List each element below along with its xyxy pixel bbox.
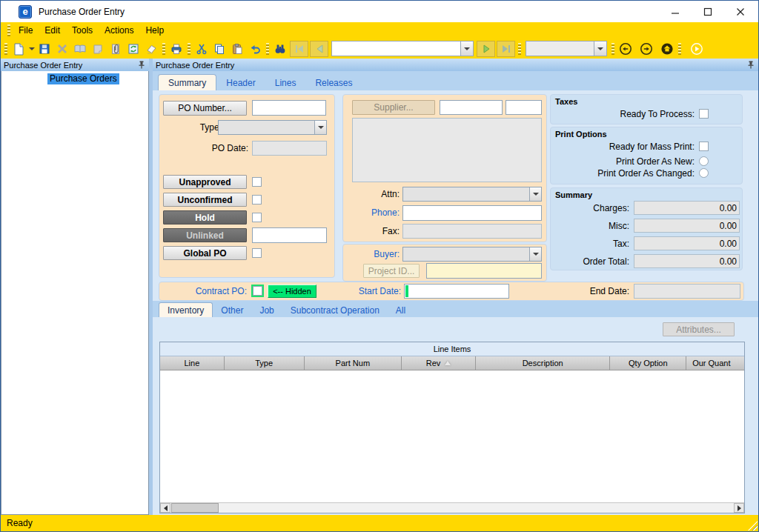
hold-button[interactable]: Hold	[163, 210, 247, 225]
find-binoculars-icon[interactable]	[271, 41, 289, 57]
menu-help[interactable]: Help	[139, 24, 170, 37]
column-header-qty-option[interactable]: Qty Option	[610, 356, 686, 370]
menubar-grip[interactable]	[7, 24, 10, 36]
attn-combo-dropdown-icon[interactable]	[529, 187, 541, 201]
column-header-description[interactable]: Description	[476, 356, 611, 370]
unconfirmed-button[interactable]: Unconfirmed	[163, 193, 247, 207]
new-dropdown-icon[interactable]	[27, 41, 36, 57]
record-search-dropdown-icon[interactable]	[460, 41, 473, 56]
phone-input[interactable]	[402, 205, 542, 221]
global-po-checkbox[interactable]	[252, 248, 262, 258]
workflow-combo-field[interactable]	[526, 41, 594, 56]
attn-combo[interactable]	[402, 187, 542, 202]
record-search-combo[interactable]	[331, 41, 474, 56]
save-icon[interactable]	[36, 41, 53, 57]
horizontal-scrollbar[interactable]	[160, 502, 744, 513]
column-header-part-num[interactable]: Part Num	[305, 356, 402, 370]
tree-item-purchase-orders[interactable]: Purchase Orders	[47, 73, 119, 84]
clear-icon[interactable]	[142, 41, 160, 57]
toolbar-grip[interactable]	[4, 43, 7, 55]
pin-icon[interactable]	[746, 60, 755, 71]
unapproved-button[interactable]: Unapproved	[163, 175, 247, 189]
column-header-our-quantity[interactable]: Our Quant	[686, 356, 744, 370]
supplier-suffix-input[interactable]	[506, 100, 542, 115]
menu-file[interactable]: File	[13, 24, 39, 37]
scroll-right-arrow[interactable]	[734, 503, 744, 513]
back-icon[interactable]	[617, 41, 634, 57]
po-date-input[interactable]	[252, 141, 327, 156]
print-as-new-radio[interactable]	[699, 156, 709, 166]
column-header-line[interactable]: Line	[160, 356, 225, 370]
minimize-button[interactable]	[659, 1, 692, 22]
open-book-icon[interactable]	[71, 41, 89, 57]
cut-icon[interactable]	[193, 41, 211, 57]
undo-icon[interactable]	[246, 41, 264, 57]
unconfirmed-checkbox[interactable]	[252, 195, 262, 205]
detail-tab-job[interactable]: Job	[251, 303, 282, 317]
type-combo-dropdown-icon[interactable]	[314, 121, 326, 134]
detail-tab-inventory[interactable]: Inventory	[159, 302, 213, 317]
po-number-input[interactable]	[252, 100, 326, 116]
attachment-icon[interactable]	[107, 41, 125, 57]
tab-header[interactable]: Header	[216, 75, 265, 90]
supplier-id-input[interactable]	[440, 100, 503, 115]
copy-icon[interactable]	[211, 41, 228, 57]
detail-tab-subcontract-operation[interactable]: Subcontract Operation	[282, 303, 388, 317]
menu-tools[interactable]: Tools	[66, 24, 99, 37]
paste-icon[interactable]	[228, 41, 246, 57]
print-icon[interactable]	[168, 41, 185, 57]
global-po-button[interactable]: Global PO	[163, 246, 247, 260]
ready-to-process-checkbox[interactable]	[699, 109, 709, 119]
column-header-rev[interactable]: Rev	[402, 356, 476, 370]
po-number-button[interactable]: PO Number...	[163, 101, 247, 116]
app-window: e Purchase Order Entry File Edit Tools A…	[0, 0, 759, 532]
record-search-input[interactable]	[332, 41, 460, 56]
next-record-button[interactable]	[477, 41, 495, 57]
tab-lines[interactable]: Lines	[265, 75, 306, 90]
menu-edit[interactable]: Edit	[39, 24, 66, 37]
fax-input[interactable]	[402, 224, 542, 239]
unlinked-button[interactable]: Unlinked	[163, 228, 247, 242]
unapproved-checkbox[interactable]	[252, 177, 262, 187]
supplier-button[interactable]: Supplier...	[352, 100, 435, 115]
project-id-button[interactable]: Project ID...	[363, 264, 420, 278]
tab-summary[interactable]: Summary	[158, 74, 216, 90]
attributes-button[interactable]: Attributes...	[663, 322, 735, 336]
menu-actions[interactable]: Actions	[99, 24, 139, 37]
type-combo[interactable]	[218, 120, 327, 135]
workflow-combo-dropdown-icon[interactable]	[594, 41, 606, 56]
start-date-input[interactable]	[404, 284, 509, 299]
column-header-type[interactable]: Type	[225, 356, 305, 370]
last-record-button[interactable]	[497, 41, 515, 57]
hidden-indicator-button[interactable]: <-- Hidden	[268, 285, 316, 298]
scrollbar-thumb[interactable]	[171, 503, 219, 513]
scroll-left-arrow[interactable]	[160, 503, 170, 513]
end-date-input[interactable]	[634, 284, 740, 299]
mass-print-checkbox[interactable]	[699, 142, 709, 151]
buyer-combo-dropdown-icon[interactable]	[529, 247, 541, 261]
project-id-input[interactable]	[426, 263, 542, 279]
previous-record-button[interactable]	[310, 41, 328, 57]
new-icon[interactable]	[10, 41, 27, 57]
refresh-icon[interactable]	[125, 41, 142, 57]
delete-icon[interactable]	[53, 41, 71, 57]
memo-icon[interactable]	[89, 41, 107, 57]
resize-grip[interactable]	[748, 521, 758, 531]
hold-checkbox[interactable]	[252, 213, 262, 222]
workflow-combo[interactable]	[526, 41, 607, 56]
process-play-icon[interactable]	[688, 41, 706, 57]
maximize-button[interactable]	[692, 1, 724, 22]
unlinked-input[interactable]	[252, 227, 327, 243]
tab-releases[interactable]: Releases	[305, 75, 362, 90]
detail-tab-other[interactable]: Other	[213, 303, 251, 317]
first-record-button[interactable]	[290, 41, 308, 57]
close-button[interactable]	[724, 1, 757, 22]
line-items-body[interactable]	[160, 370, 744, 502]
forward-icon[interactable]	[637, 41, 655, 57]
buyer-combo[interactable]	[402, 247, 542, 262]
pin-icon[interactable]	[137, 60, 146, 71]
contract-po-checkbox[interactable]	[253, 286, 262, 296]
detail-tab-all[interactable]: All	[388, 303, 414, 317]
print-as-changed-radio[interactable]	[699, 168, 709, 178]
home-icon[interactable]	[658, 41, 676, 57]
